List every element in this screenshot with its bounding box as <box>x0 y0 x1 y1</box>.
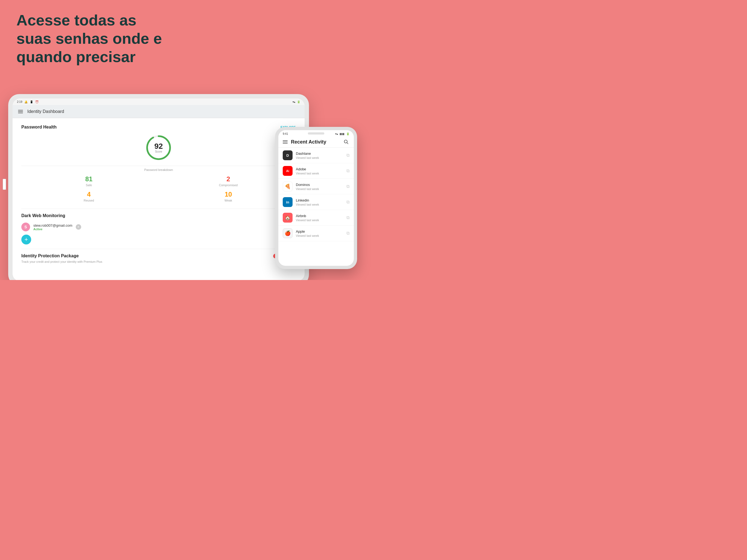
dark-web-title: Dark Web Monitoring <box>21 213 66 218</box>
monitoring-email: stew.rob007@gmail.com <box>33 223 73 228</box>
activity-time: Viewed last week <box>296 219 343 222</box>
score-label: Score <box>154 150 163 153</box>
score-container: 92 Score <box>21 134 296 161</box>
activity-time: Viewed last week <box>296 172 343 175</box>
identity-header: Identity Protection Package Premium Plus <box>21 253 296 258</box>
hamburger-menu[interactable] <box>18 110 23 113</box>
tablet-status-bar: 2:19 🔔 📱 ⏰ ▾▴ 🔋 <box>12 98 305 105</box>
identity-title: Identity Protection Package <box>21 253 79 258</box>
identity-section: Identity Protection Package Premium Plus… <box>21 253 296 263</box>
svg-line-3 <box>347 143 349 144</box>
app-logo-dashlane: D <box>283 150 292 160</box>
copy-button[interactable]: ⧉ <box>346 184 350 189</box>
activity-list: D Dashlane Viewed last week ⧉ Ai Adobe V… <box>278 148 354 259</box>
status-bar-left: 2:19 🔔 📱 ⏰ <box>17 100 38 103</box>
battery-icon: 🔋 <box>297 100 300 103</box>
activity-item[interactable]: Ai Adobe Viewed last week ⧉ <box>278 163 354 179</box>
activity-time: Viewed last week <box>296 203 343 206</box>
tablet-screen: 2:19 🔔 📱 ⏰ ▾▴ 🔋 Identity Dashboard <box>12 98 305 280</box>
dark-web-section: Dark Web Monitoring S stew.rob007@gmail.… <box>21 213 296 245</box>
activity-info: Airbnb Viewed last week <box>296 214 343 222</box>
screen-icon: 📱 <box>30 100 33 103</box>
score-circle: 92 Score <box>145 134 172 161</box>
activity-name: Dashlane <box>296 152 343 156</box>
activity-name: Apple <box>296 229 343 233</box>
phone-hamburger-menu[interactable] <box>283 140 288 144</box>
wifi-icon: ▾▴ <box>292 100 295 103</box>
breakdown-safe: 81 Safe <box>21 176 156 187</box>
score-number: 92 <box>154 143 163 150</box>
tablet-home-button[interactable] <box>3 179 6 190</box>
breakdown-grid: 81 Safe 2 Compromised 4 Reused 10 <box>21 176 296 202</box>
score-text: 92 Score <box>154 143 163 153</box>
safe-number: 81 <box>21 176 156 182</box>
user-avatar: S <box>21 223 30 231</box>
password-health-title: Password Health <box>21 125 57 130</box>
safe-label: Safe <box>21 183 156 187</box>
copy-button[interactable]: ⧉ <box>346 215 350 220</box>
activity-info: Linkedin Viewed last week <box>296 198 343 206</box>
phone-time: 9:41 <box>283 132 288 135</box>
app-logo-dominos: 🍕 <box>283 182 292 192</box>
phone-device: 9:41 ▾▴ ▮▮▮ 🔋 Recent Activity <box>275 127 357 269</box>
monitoring-item: S stew.rob007@gmail.com Active × <box>21 223 296 231</box>
monitoring-info: stew.rob007@gmail.com Active <box>33 223 73 231</box>
phone-notch <box>308 132 324 134</box>
copy-button[interactable]: ⧉ <box>346 169 350 173</box>
main-panel: Password Health EXPLORE 92 Sco <box>12 118 305 280</box>
activity-item[interactable]: D Dashlane Viewed last week ⧉ <box>278 148 354 163</box>
app-logo-adobe: Ai <box>283 166 292 176</box>
copy-button[interactable]: ⧉ <box>346 231 350 236</box>
hamburger-line-1 <box>18 110 23 110</box>
phone-battery-icon: 🔋 <box>346 132 350 135</box>
password-health-section: Password Health EXPLORE 92 Sco <box>21 125 296 202</box>
phone-hamburger-line-2 <box>283 142 288 142</box>
activity-info: Apple Viewed last week <box>296 229 343 237</box>
activity-item[interactable]: 🏠 Airbnb Viewed last week ⧉ <box>278 210 354 226</box>
phone-hamburger-line-3 <box>283 143 288 144</box>
password-health-header: Password Health EXPLORE <box>21 125 296 130</box>
add-icon: + <box>25 236 28 243</box>
app-logo-linkedin: in <box>283 197 292 207</box>
hero-section: Acesse todas as suas senhas onde e quand… <box>17 11 175 66</box>
reused-label: Reused <box>21 199 156 202</box>
notification-icon: 🔔 <box>24 100 28 103</box>
breakdown-label: Password breakdown <box>21 166 296 172</box>
status-bar-right: ▾▴ 🔋 <box>292 100 300 103</box>
reused-number: 4 <box>21 191 156 198</box>
remove-monitoring-button[interactable]: × <box>76 224 81 230</box>
add-monitoring-button[interactable]: + <box>21 235 31 245</box>
hamburger-line-2 <box>18 111 23 112</box>
activity-name: Linkedin <box>296 198 343 202</box>
status-time: 2:19 <box>17 100 22 103</box>
activity-time: Viewed last week <box>296 234 343 237</box>
app-header-title: Identity Dashboard <box>27 109 64 114</box>
activity-time: Viewed last week <box>296 156 343 159</box>
divider-2 <box>21 249 296 249</box>
dashboard-content: Password Health EXPLORE 92 Sco <box>12 118 305 280</box>
copy-button[interactable]: ⧉ <box>346 153 350 158</box>
phone-search-button[interactable] <box>343 138 350 145</box>
phone-status-icons: ▾▴ ▮▮▮ 🔋 <box>335 132 350 135</box>
copy-button[interactable]: ⧉ <box>346 200 350 205</box>
breakdown-reused: 4 Reused <box>21 191 156 202</box>
divider-1 <box>21 209 296 209</box>
hamburger-line-3 <box>18 113 23 113</box>
activity-info: Dominos Viewed last week <box>296 183 343 190</box>
phone-screen: 9:41 ▾▴ ▮▮▮ 🔋 Recent Activity <box>278 130 354 266</box>
dark-web-header: Dark Web Monitoring <box>21 213 296 218</box>
activity-info: Dashlane Viewed last week <box>296 152 343 159</box>
app-header: Identity Dashboard <box>12 105 305 118</box>
active-badge: Active <box>33 228 73 231</box>
hero-title: Acesse todas as suas senhas onde e quand… <box>17 11 175 66</box>
alarm-icon: ⏰ <box>35 100 38 103</box>
activity-name: Adobe <box>296 167 343 171</box>
phone-header-title: Recent Activity <box>291 139 326 145</box>
activity-name: Airbnb <box>296 214 343 218</box>
activity-item[interactable]: in Linkedin Viewed last week ⧉ <box>278 195 354 210</box>
activity-item[interactable]: 🍕 Dominos Viewed last week ⧉ <box>278 179 354 195</box>
app-logo-airbnb: 🏠 <box>283 213 292 223</box>
activity-item[interactable]: 🍎 Apple Viewed last week ⧉ <box>278 226 354 241</box>
phone-wifi-icon: ▾▴ <box>335 132 338 135</box>
tablet-device: 2:19 🔔 📱 ⏰ ▾▴ 🔋 Identity Dashboard <box>8 94 309 280</box>
